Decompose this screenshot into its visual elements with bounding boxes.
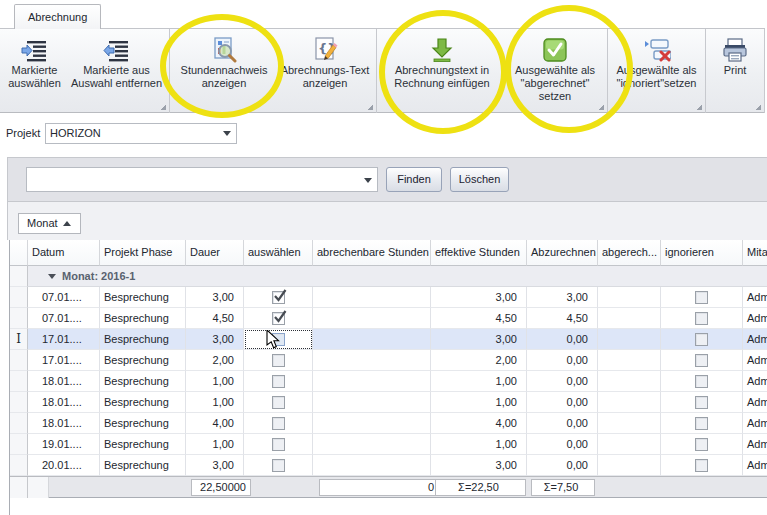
checkbox-unchecked-icon[interactable] xyxy=(695,333,708,346)
group-dialog-launcher-icon[interactable] xyxy=(696,104,702,110)
column-header-abzurechnen[interactable]: Abzurechnen xyxy=(527,240,598,266)
column-header-projekt-phase[interactable]: Projekt Phase xyxy=(100,240,186,266)
cell-effektive-stunden[interactable]: 4,50 xyxy=(431,308,527,329)
cell-abgerechnet[interactable] xyxy=(598,329,661,350)
cell-effektive-stunden[interactable]: 4,00 xyxy=(431,413,527,434)
cell-abrechenbare-stunden[interactable] xyxy=(313,434,431,455)
checkbox-unchecked-icon[interactable] xyxy=(272,333,285,346)
cell-abrechenbare-stunden[interactable] xyxy=(313,371,431,392)
checkbox-checked-icon[interactable] xyxy=(272,291,285,304)
cell-effektive-stunden[interactable]: 3,00 xyxy=(431,455,527,476)
cell-mitarbeiter[interactable]: Adm xyxy=(743,371,767,392)
cell-auswaehlen[interactable] xyxy=(244,329,313,350)
cell-dauer[interactable]: 2,00 xyxy=(186,350,244,371)
show-billing-text-button[interactable]: {} Abrechnungs-Text anzeigen xyxy=(276,32,374,108)
cell-effektive-stunden[interactable]: 3,00 xyxy=(431,287,527,308)
cell-auswaehlen[interactable] xyxy=(244,350,313,371)
cell-projekt-phase[interactable]: Besprechung xyxy=(100,287,186,308)
cell-ignorieren[interactable] xyxy=(661,434,743,455)
row-indicator-cell[interactable] xyxy=(10,371,28,392)
cell-abzurechnen[interactable]: 0,00 xyxy=(527,413,598,434)
find-button[interactable]: Finden xyxy=(386,167,442,192)
cell-auswaehlen[interactable] xyxy=(244,287,313,308)
cell-dauer[interactable]: 1,00 xyxy=(186,434,244,455)
group-dialog-launcher-icon[interactable] xyxy=(160,104,166,110)
cell-auswaehlen[interactable] xyxy=(244,308,313,329)
cell-abzurechnen[interactable]: 4,50 xyxy=(527,308,598,329)
cell-dauer[interactable]: 4,00 xyxy=(186,413,244,434)
cell-datum[interactable]: 17.01.... xyxy=(28,350,100,371)
cell-projekt-phase[interactable]: Besprechung xyxy=(100,434,186,455)
table-row[interactable]: 18.01....Besprechung4,004,000,00Adm xyxy=(10,413,767,434)
remove-from-selection-button[interactable]: Markierte aus Auswahl entfernen xyxy=(67,32,167,108)
cell-dauer[interactable]: 4,50 xyxy=(186,308,244,329)
cell-ignorieren[interactable] xyxy=(661,371,743,392)
set-billed-button[interactable]: Ausgewählte als "abgerechnet" setzen xyxy=(505,32,605,108)
checkbox-unchecked-icon[interactable] xyxy=(695,375,708,388)
cell-auswaehlen[interactable] xyxy=(244,371,313,392)
cell-mitarbeiter[interactable]: Adm xyxy=(743,392,767,413)
row-indicator-cell[interactable] xyxy=(10,308,28,329)
cell-datum[interactable]: 07.01.... xyxy=(28,287,100,308)
row-indicator-cell[interactable] xyxy=(10,455,28,476)
cell-abgerechnet[interactable] xyxy=(598,371,661,392)
table-row[interactable]: 18.01....Besprechung1,001,000,00Adm xyxy=(10,371,767,392)
cell-abrechenbare-stunden[interactable] xyxy=(313,413,431,434)
cell-dauer[interactable]: 3,00 xyxy=(186,455,244,476)
row-indicator-cell[interactable]: I xyxy=(10,329,28,350)
cell-auswaehlen[interactable] xyxy=(244,392,313,413)
cell-mitarbeiter[interactable]: Adm xyxy=(743,329,767,350)
cell-abrechenbare-stunden[interactable] xyxy=(313,350,431,371)
group-dialog-launcher-icon[interactable] xyxy=(598,104,604,110)
cell-datum[interactable]: 18.01.... xyxy=(28,413,100,434)
cell-mitarbeiter[interactable]: Adm xyxy=(743,455,767,476)
cell-ignorieren[interactable] xyxy=(661,308,743,329)
checkbox-unchecked-icon[interactable] xyxy=(272,354,285,367)
table-row[interactable]: 07.01....Besprechung4,504,504,50Adm xyxy=(10,308,767,329)
collapse-triangle-icon[interactable] xyxy=(48,274,56,279)
cell-datum[interactable]: 07.01.... xyxy=(28,308,100,329)
cell-projekt-phase[interactable]: Besprechung xyxy=(100,329,186,350)
cell-mitarbeiter[interactable]: Adm xyxy=(743,413,767,434)
cell-effektive-stunden[interactable]: 1,00 xyxy=(431,371,527,392)
cell-abzurechnen[interactable]: 0,00 xyxy=(527,329,598,350)
row-indicator-cell[interactable] xyxy=(10,413,28,434)
column-header-auswaehlen[interactable]: auswählen xyxy=(244,240,313,266)
cell-abzurechnen[interactable]: 3,00 xyxy=(527,287,598,308)
group-dialog-launcher-icon[interactable] xyxy=(755,104,761,110)
checkbox-unchecked-icon[interactable] xyxy=(695,459,708,472)
cell-abrechenbare-stunden[interactable] xyxy=(313,308,431,329)
row-indicator-cell[interactable] xyxy=(10,434,28,455)
cell-abzurechnen[interactable]: 0,00 xyxy=(527,350,598,371)
cell-projekt-phase[interactable]: Besprechung xyxy=(100,350,186,371)
cell-ignorieren[interactable] xyxy=(661,455,743,476)
cell-ignorieren[interactable] xyxy=(661,392,743,413)
search-combobox[interactable] xyxy=(26,167,378,192)
set-ignored-button[interactable]: Ausgewählte als "ignoriert"setzen xyxy=(610,32,704,108)
cell-ignorieren[interactable] xyxy=(661,350,743,371)
cell-dauer[interactable]: 3,00 xyxy=(186,329,244,350)
cell-abgerechnet[interactable] xyxy=(598,455,661,476)
cell-abzurechnen[interactable]: 0,00 xyxy=(527,455,598,476)
group-row-monat[interactable]: Monat: 2016-1 xyxy=(10,266,767,287)
print-button[interactable]: Print xyxy=(708,32,762,108)
checkbox-unchecked-icon[interactable] xyxy=(695,312,708,325)
table-row[interactable]: 17.01....Besprechung2,002,000,00Adm xyxy=(10,350,767,371)
checkbox-unchecked-icon[interactable] xyxy=(695,291,708,304)
cell-ignorieren[interactable] xyxy=(661,287,743,308)
cell-projekt-phase[interactable]: Besprechung xyxy=(100,413,186,434)
cell-projekt-phase[interactable]: Besprechung xyxy=(100,392,186,413)
cell-abgerechnet[interactable] xyxy=(598,434,661,455)
cell-datum[interactable]: 18.01.... xyxy=(28,392,100,413)
checkbox-unchecked-icon[interactable] xyxy=(272,438,285,451)
cell-auswaehlen[interactable] xyxy=(244,455,313,476)
checkbox-unchecked-icon[interactable] xyxy=(272,417,285,430)
cell-abgerechnet[interactable] xyxy=(598,287,661,308)
show-timesheet-button[interactable]: Stundennachweis anzeigen xyxy=(172,32,276,108)
column-header-mitarbeiter[interactable]: Mita xyxy=(743,240,767,266)
cell-datum[interactable]: 18.01.... xyxy=(28,371,100,392)
checkbox-unchecked-icon[interactable] xyxy=(695,417,708,430)
cell-projekt-phase[interactable]: Besprechung xyxy=(100,308,186,329)
cell-projekt-phase[interactable]: Besprechung xyxy=(100,371,186,392)
cell-ignorieren[interactable] xyxy=(661,329,743,350)
